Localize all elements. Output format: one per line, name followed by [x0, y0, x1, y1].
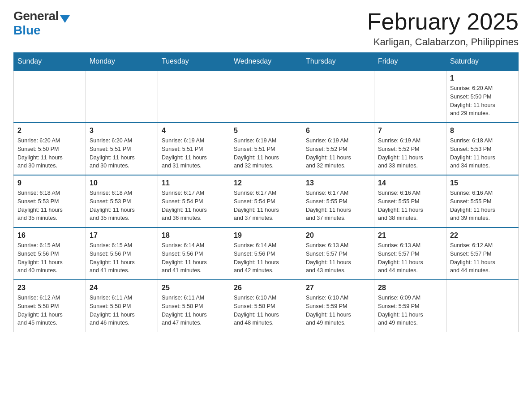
calendar-cell: 19Sunrise: 6:14 AM Sunset: 5:56 PM Dayli… — [230, 227, 302, 280]
day-number: 11 — [162, 179, 226, 187]
day-info: Sunrise: 6:15 AM Sunset: 5:56 PM Dayligh… — [90, 241, 154, 275]
day-info: Sunrise: 6:19 AM Sunset: 5:52 PM Dayligh… — [306, 137, 370, 170]
calendar-cell: 6Sunrise: 6:19 AM Sunset: 5:52 PM Daylig… — [302, 123, 374, 175]
day-info: Sunrise: 6:13 AM Sunset: 5:57 PM Dayligh… — [306, 241, 370, 275]
day-info: Sunrise: 6:12 AM Sunset: 5:58 PM Dayligh… — [17, 294, 82, 327]
day-info: Sunrise: 6:15 AM Sunset: 5:56 PM Dayligh… — [17, 241, 82, 275]
calendar-cell: 14Sunrise: 6:16 AM Sunset: 5:55 PM Dayli… — [374, 175, 446, 227]
day-info: Sunrise: 6:20 AM Sunset: 5:51 PM Dayligh… — [90, 137, 154, 170]
day-info: Sunrise: 6:19 AM Sunset: 5:52 PM Dayligh… — [378, 137, 442, 170]
calendar-table: SundayMondayTuesdayWednesdayThursdayFrid… — [13, 52, 519, 332]
calendar-cell — [230, 70, 302, 123]
day-info: Sunrise: 6:20 AM Sunset: 5:50 PM Dayligh… — [450, 84, 515, 118]
calendar-cell: 9Sunrise: 6:18 AM Sunset: 5:53 PM Daylig… — [14, 175, 86, 227]
calendar-cell: 5Sunrise: 6:19 AM Sunset: 5:51 PM Daylig… — [230, 123, 302, 175]
day-info: Sunrise: 6:17 AM Sunset: 5:54 PM Dayligh… — [162, 189, 226, 223]
day-number: 17 — [90, 231, 154, 240]
day-number: 21 — [378, 231, 442, 240]
day-number: 24 — [90, 284, 154, 292]
day-number: 5 — [234, 127, 298, 135]
calendar-cell: 28Sunrise: 6:09 AM Sunset: 5:59 PM Dayli… — [374, 280, 446, 332]
day-number: 27 — [306, 284, 370, 292]
day-number: 26 — [234, 284, 298, 292]
calendar-week-3: 9Sunrise: 6:18 AM Sunset: 5:53 PM Daylig… — [14, 175, 519, 227]
calendar-cell: 20Sunrise: 6:13 AM Sunset: 5:57 PM Dayli… — [302, 227, 374, 280]
day-number: 12 — [234, 179, 298, 187]
calendar-cell: 25Sunrise: 6:11 AM Sunset: 5:58 PM Dayli… — [158, 280, 230, 332]
day-info: Sunrise: 6:13 AM Sunset: 5:57 PM Dayligh… — [378, 241, 442, 275]
day-number: 9 — [17, 179, 82, 187]
location-subtitle: Karligan, Calabarzon, Philippines — [367, 36, 519, 48]
calendar-cell: 13Sunrise: 6:17 AM Sunset: 5:55 PM Dayli… — [302, 175, 374, 227]
day-number: 10 — [90, 179, 154, 187]
title-block: February 2025 Karligan, Calabarzon, Phil… — [367, 9, 519, 48]
calendar-cell — [158, 70, 230, 123]
day-number: 7 — [378, 127, 442, 135]
calendar-cell: 23Sunrise: 6:12 AM Sunset: 5:58 PM Dayli… — [14, 280, 86, 332]
day-info: Sunrise: 6:18 AM Sunset: 5:53 PM Dayligh… — [90, 189, 154, 223]
day-info: Sunrise: 6:20 AM Sunset: 5:50 PM Dayligh… — [17, 137, 82, 170]
weekday-header-sunday: Sunday — [14, 53, 86, 71]
day-info: Sunrise: 6:11 AM Sunset: 5:58 PM Dayligh… — [90, 294, 154, 327]
day-number: 6 — [306, 127, 370, 135]
calendar-cell — [374, 70, 446, 123]
calendar-cell: 16Sunrise: 6:15 AM Sunset: 5:56 PM Dayli… — [14, 227, 86, 280]
calendar-cell — [302, 70, 374, 123]
day-info: Sunrise: 6:10 AM Sunset: 5:58 PM Dayligh… — [234, 294, 298, 327]
calendar-cell: 11Sunrise: 6:17 AM Sunset: 5:54 PM Dayli… — [158, 175, 230, 227]
logo-blue-text: Blue — [13, 23, 41, 37]
day-number: 13 — [306, 179, 370, 187]
calendar-cell: 12Sunrise: 6:17 AM Sunset: 5:54 PM Dayli… — [230, 175, 302, 227]
day-info: Sunrise: 6:18 AM Sunset: 5:53 PM Dayligh… — [450, 137, 515, 170]
day-info: Sunrise: 6:12 AM Sunset: 5:57 PM Dayligh… — [450, 241, 515, 275]
weekday-header-wednesday: Wednesday — [230, 53, 302, 71]
day-info: Sunrise: 6:16 AM Sunset: 5:55 PM Dayligh… — [378, 189, 442, 223]
calendar-week-2: 2Sunrise: 6:20 AM Sunset: 5:50 PM Daylig… — [14, 123, 519, 175]
weekday-header-friday: Friday — [374, 53, 446, 71]
calendar-week-4: 16Sunrise: 6:15 AM Sunset: 5:56 PM Dayli… — [14, 227, 519, 280]
calendar-cell: 17Sunrise: 6:15 AM Sunset: 5:56 PM Dayli… — [86, 227, 158, 280]
weekday-header-monday: Monday — [86, 53, 158, 71]
calendar-cell: 22Sunrise: 6:12 AM Sunset: 5:57 PM Dayli… — [446, 227, 519, 280]
calendar-cell: 15Sunrise: 6:16 AM Sunset: 5:55 PM Dayli… — [446, 175, 519, 227]
logo: General Blue — [13, 9, 70, 38]
weekday-header-saturday: Saturday — [446, 53, 519, 71]
day-number: 8 — [450, 127, 515, 135]
day-info: Sunrise: 6:18 AM Sunset: 5:53 PM Dayligh… — [17, 189, 82, 223]
calendar-cell — [86, 70, 158, 123]
calendar-cell: 1Sunrise: 6:20 AM Sunset: 5:50 PM Daylig… — [446, 70, 519, 123]
day-info: Sunrise: 6:09 AM Sunset: 5:59 PM Dayligh… — [378, 294, 442, 327]
day-info: Sunrise: 6:19 AM Sunset: 5:51 PM Dayligh… — [162, 137, 226, 170]
day-number: 18 — [162, 231, 226, 240]
day-number: 25 — [162, 284, 226, 292]
day-info: Sunrise: 6:19 AM Sunset: 5:51 PM Dayligh… — [234, 137, 298, 170]
calendar-cell — [446, 280, 519, 332]
calendar-week-5: 23Sunrise: 6:12 AM Sunset: 5:58 PM Dayli… — [14, 280, 519, 332]
month-year-title: February 2025 — [367, 9, 519, 34]
calendar-week-1: 1Sunrise: 6:20 AM Sunset: 5:50 PM Daylig… — [14, 70, 519, 123]
logo-general-text: General — [13, 9, 59, 23]
day-info: Sunrise: 6:11 AM Sunset: 5:58 PM Dayligh… — [162, 294, 226, 327]
page-header: General Blue February 2025 Karligan, Cal… — [13, 9, 519, 48]
day-info: Sunrise: 6:17 AM Sunset: 5:55 PM Dayligh… — [306, 189, 370, 223]
weekday-header-tuesday: Tuesday — [158, 53, 230, 71]
day-number: 3 — [90, 127, 154, 135]
day-info: Sunrise: 6:14 AM Sunset: 5:56 PM Dayligh… — [234, 241, 298, 275]
day-number: 15 — [450, 179, 515, 187]
day-number: 28 — [378, 284, 442, 292]
calendar-cell: 10Sunrise: 6:18 AM Sunset: 5:53 PM Dayli… — [86, 175, 158, 227]
day-number: 16 — [17, 231, 82, 240]
day-number: 4 — [162, 127, 226, 135]
calendar-cell: 24Sunrise: 6:11 AM Sunset: 5:58 PM Dayli… — [86, 280, 158, 332]
calendar-cell: 26Sunrise: 6:10 AM Sunset: 5:58 PM Dayli… — [230, 280, 302, 332]
day-info: Sunrise: 6:16 AM Sunset: 5:55 PM Dayligh… — [450, 189, 515, 223]
calendar-cell: 27Sunrise: 6:10 AM Sunset: 5:59 PM Dayli… — [302, 280, 374, 332]
day-info: Sunrise: 6:14 AM Sunset: 5:56 PM Dayligh… — [162, 241, 226, 275]
day-number: 1 — [450, 74, 515, 82]
calendar-cell: 4Sunrise: 6:19 AM Sunset: 5:51 PM Daylig… — [158, 123, 230, 175]
calendar-cell: 8Sunrise: 6:18 AM Sunset: 5:53 PM Daylig… — [446, 123, 519, 175]
calendar-cell: 3Sunrise: 6:20 AM Sunset: 5:51 PM Daylig… — [86, 123, 158, 175]
calendar-cell — [14, 70, 86, 123]
day-number: 14 — [378, 179, 442, 187]
day-number: 22 — [450, 231, 515, 240]
